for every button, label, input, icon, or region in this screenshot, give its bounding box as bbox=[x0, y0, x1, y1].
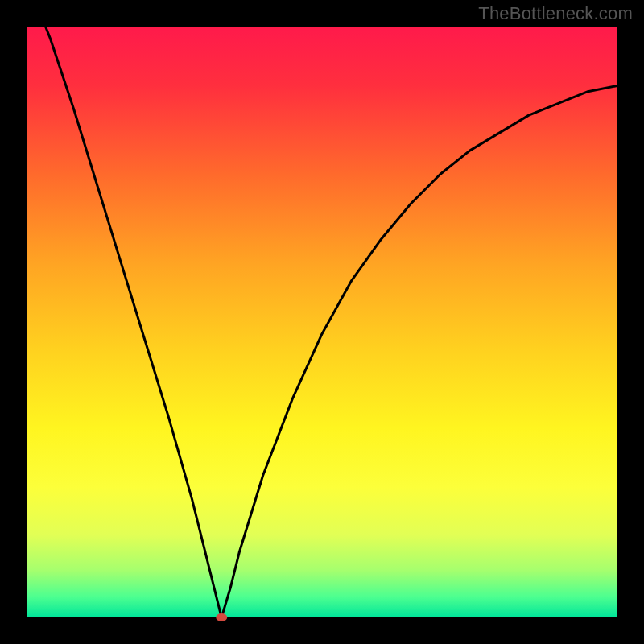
watermark-text: TheBottleneck.com bbox=[478, 3, 633, 24]
bottleneck-chart bbox=[0, 0, 644, 644]
minimum-marker bbox=[216, 613, 227, 621]
chart-frame: { "watermark": "TheBottleneck.com", "cha… bbox=[0, 0, 644, 644]
